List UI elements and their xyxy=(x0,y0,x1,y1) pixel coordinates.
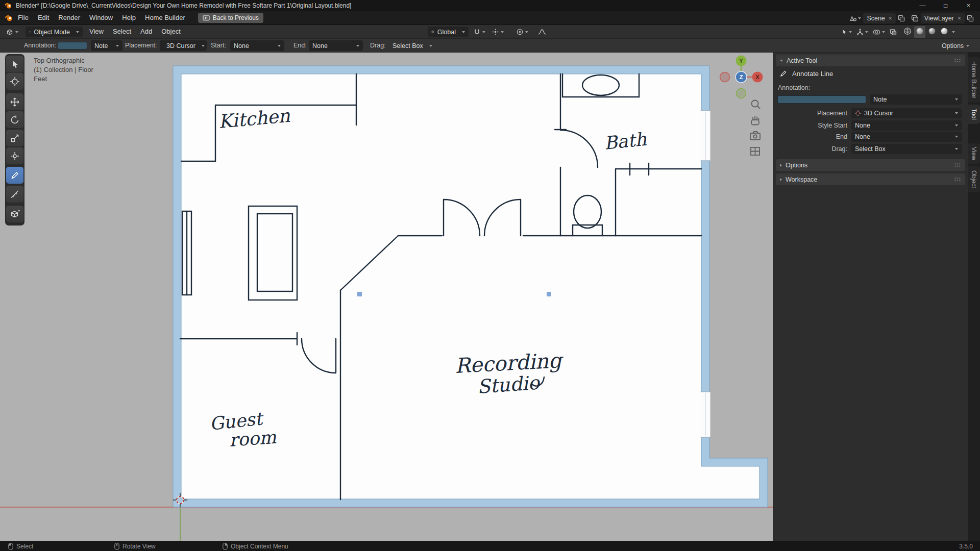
tab-home-builder[interactable]: Home Builder xyxy=(968,57,980,103)
sidebar-annotation-color-swatch[interactable] xyxy=(777,95,866,104)
origin-marker-right[interactable] xyxy=(547,292,551,296)
shading-solid-button[interactable] xyxy=(914,26,925,38)
tool-rotate[interactable] xyxy=(6,111,23,128)
annotation-layer-dropdown[interactable]: Note xyxy=(91,40,122,51)
drag-dropdown[interactable]: Select Box xyxy=(389,40,433,51)
shading-rendered-button[interactable] xyxy=(939,26,950,38)
menu-help[interactable]: Help xyxy=(117,11,140,24)
menu-view[interactable]: View xyxy=(85,25,108,38)
menu-file[interactable]: File xyxy=(13,11,33,24)
menu-window[interactable]: Window xyxy=(85,11,117,24)
options-panel-header[interactable]: Options xyxy=(776,159,965,171)
tool-measure[interactable] xyxy=(6,186,23,203)
gizmo-x-ball[interactable]: X xyxy=(752,72,763,83)
annotation-color-swatch[interactable] xyxy=(58,42,87,49)
active-tool-panel-header[interactable]: Active Tool xyxy=(776,55,965,66)
rotate-icon xyxy=(10,115,20,125)
camera-view-icon[interactable] xyxy=(750,132,760,140)
svg-text:Y: Y xyxy=(739,58,743,64)
pan-hand-icon[interactable] xyxy=(751,116,759,125)
toolbar xyxy=(5,54,24,226)
gizmos-dropdown[interactable] xyxy=(855,29,870,36)
move-icon xyxy=(10,97,20,107)
sidebar-placement-label: Placement xyxy=(776,108,847,118)
gizmo-y-ball[interactable]: Y xyxy=(736,56,747,66)
editor-type-button[interactable] xyxy=(4,27,20,37)
falloff-button[interactable] xyxy=(536,27,548,37)
menu-edit[interactable]: Edit xyxy=(33,11,54,24)
panel-grip[interactable] xyxy=(954,163,961,167)
tool-select-box[interactable] xyxy=(6,56,23,72)
placement-dropdown[interactable]: 3D Cursor xyxy=(160,40,207,51)
tool-move[interactable] xyxy=(6,93,23,110)
close-button[interactable]: × xyxy=(957,0,980,11)
3d-viewport[interactable]: Kitchen Bath Recording Studio Guest room xyxy=(0,53,773,541)
viewport-canvas[interactable]: Kitchen Bath Recording Studio Guest room xyxy=(0,53,773,541)
tool-add-cube[interactable] xyxy=(6,206,23,222)
zoom-icon[interactable] xyxy=(752,101,761,109)
sidebar-end-label: End xyxy=(776,132,847,142)
mouse-left-icon xyxy=(8,543,13,550)
minimize-button[interactable]: — xyxy=(911,0,934,11)
ortho-grid-icon[interactable] xyxy=(751,147,760,155)
viewlayer-unlink-icon[interactable]: × xyxy=(958,15,961,22)
viewlayer-name-field[interactable]: ViewLayer × xyxy=(921,13,965,23)
tab-view[interactable]: View xyxy=(968,143,980,164)
new-viewlayer-icon[interactable] xyxy=(967,15,974,22)
sidebar-placement-dropdown[interactable]: 3D Cursor xyxy=(851,108,962,118)
gizmo-neg-y-ball[interactable] xyxy=(737,89,746,98)
style-end-dropdown[interactable]: None xyxy=(309,40,363,51)
status-context-menu-hint: Object Context Menu xyxy=(223,541,288,551)
snap-toggle-button[interactable] xyxy=(472,27,487,37)
gizmo-z-ball[interactable]: Z xyxy=(736,71,747,83)
scene-name-field[interactable]: Scene × xyxy=(863,13,895,23)
menu-render[interactable]: Render xyxy=(54,11,85,24)
nav-gizmo[interactable]: X Y Z xyxy=(720,56,763,98)
origin-marker-left[interactable] xyxy=(357,292,362,296)
tool-transform[interactable] xyxy=(6,147,23,164)
wireframe-shading-icon xyxy=(903,27,912,35)
panel-grip[interactable] xyxy=(954,58,961,63)
snap-target-button[interactable] xyxy=(490,27,506,37)
sidebar-style-start-dropdown[interactable]: None xyxy=(851,120,962,131)
transform-orientation-dropdown[interactable]: Global xyxy=(428,27,469,37)
mode-dropdown[interactable]: Object Mode xyxy=(26,27,83,37)
menu-select[interactable]: Select xyxy=(108,25,136,38)
proportional-editing-button[interactable] xyxy=(514,27,530,37)
scene-browse-button[interactable] xyxy=(849,15,861,21)
falloff-curve-icon xyxy=(538,29,546,35)
tool-scale[interactable] xyxy=(6,130,23,146)
workspace-panel-header[interactable]: Workspace xyxy=(776,173,965,185)
scene-unlink-icon[interactable]: × xyxy=(889,15,892,22)
menu-object[interactable]: Object xyxy=(157,25,185,38)
tab-object[interactable]: Object xyxy=(968,166,980,192)
shading-material-button[interactable] xyxy=(926,26,938,38)
scene-viewlayer-cluster: Scene × ViewLayer × xyxy=(849,11,974,25)
selectability-dropdown[interactable] xyxy=(840,29,853,35)
tool-annotate[interactable] xyxy=(6,167,23,184)
maximize-button[interactable]: □ xyxy=(934,0,957,11)
shading-mode-group xyxy=(902,26,955,38)
sidebar-tab-strip: Home Builder Tool View Object xyxy=(968,53,980,541)
style-start-dropdown[interactable]: None xyxy=(230,40,284,51)
sidebar-end-dropdown[interactable]: None xyxy=(851,132,962,142)
tool-cursor[interactable] xyxy=(6,73,23,90)
menu-home-builder[interactable]: Home Builder xyxy=(140,11,190,24)
sidebar-style-start-label: Style Start xyxy=(776,120,847,131)
menu-add[interactable]: Add xyxy=(136,25,157,38)
overlays-dropdown[interactable] xyxy=(871,29,887,36)
back-to-previous-button[interactable]: Back to Previous xyxy=(198,13,263,23)
blender-app-menu-icon[interactable] xyxy=(4,14,13,22)
sidebar-layer-dropdown[interactable]: Note xyxy=(870,94,962,105)
sidebar-drag-dropdown[interactable]: Select Box xyxy=(851,144,962,154)
tab-tool[interactable]: Tool xyxy=(968,105,980,124)
panel-grip[interactable] xyxy=(954,177,961,182)
blender-logo-icon xyxy=(4,2,12,9)
shading-wireframe-button[interactable] xyxy=(902,26,913,38)
options-popover-button[interactable]: Options xyxy=(942,39,969,53)
status-bar: Select Rotate View Object Context Menu 3… xyxy=(0,541,980,551)
xray-toggle[interactable] xyxy=(888,29,898,36)
back-screen-icon xyxy=(203,15,210,21)
new-scene-icon[interactable] xyxy=(898,15,905,22)
gizmo-neg-x-ball[interactable] xyxy=(720,72,730,82)
